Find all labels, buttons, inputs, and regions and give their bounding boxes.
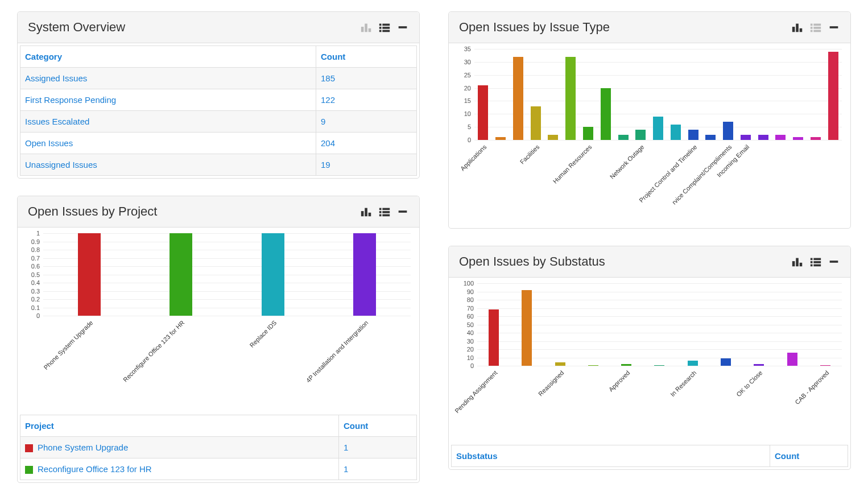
table-cell[interactable]: Assigned Issues xyxy=(20,68,316,89)
chart-bar[interactable] xyxy=(775,135,786,140)
x-label: Incoming Email xyxy=(746,143,750,148)
table-cell[interactable]: Phone System Upgrade xyxy=(20,437,339,458)
x-label: In Research xyxy=(693,369,697,374)
list-icon[interactable] xyxy=(378,206,391,217)
x-label: Replace IDS xyxy=(273,319,278,324)
collapse-icon[interactable] xyxy=(828,257,840,267)
y-tick: 0 xyxy=(470,362,477,369)
svg-rect-39 xyxy=(830,261,838,263)
chart-bar[interactable] xyxy=(635,130,646,140)
col-substatus: Substatus xyxy=(452,445,770,467)
chart-bar[interactable] xyxy=(688,130,698,140)
table-cell[interactable]: First Response Pending xyxy=(20,89,316,111)
chart-bar[interactable] xyxy=(548,135,558,140)
table-cell[interactable]: 9 xyxy=(316,111,417,133)
table-cell[interactable]: 122 xyxy=(316,89,417,111)
y-tick: 100 xyxy=(464,280,477,287)
chart-bar[interactable] xyxy=(723,122,733,140)
x-label: Reconfigure Office 123 for HR xyxy=(181,319,185,324)
panel-header: Open Issues by Project xyxy=(18,196,419,228)
chart-bar[interactable] xyxy=(262,233,284,316)
chart-bar[interactable] xyxy=(522,290,532,366)
chart-bar[interactable] xyxy=(170,233,192,316)
x-label: Applications xyxy=(483,143,487,148)
svg-rect-20 xyxy=(792,27,795,32)
panel-title: Open Issues by Project xyxy=(28,204,354,219)
panel-header: Open Issues by Issue Type xyxy=(449,12,850,43)
y-tick: 80 xyxy=(467,296,477,303)
y-tick: 60 xyxy=(467,313,477,320)
bar-chart-icon[interactable] xyxy=(360,22,373,32)
chart-bar[interactable] xyxy=(565,57,576,140)
bar-chart-icon[interactable] xyxy=(791,257,804,267)
svg-rect-0 xyxy=(361,27,364,32)
chart-bar[interactable] xyxy=(758,135,768,140)
y-tick: 5 xyxy=(468,123,474,130)
table-cell[interactable]: Unassigned Issues xyxy=(20,154,316,176)
svg-rect-38 xyxy=(813,265,821,267)
chart-bar[interactable] xyxy=(705,135,716,140)
svg-rect-21 xyxy=(796,24,799,32)
chart-bar[interactable] xyxy=(601,88,611,140)
chart-bar[interactable] xyxy=(671,125,681,140)
x-label: Reassigned xyxy=(560,369,565,374)
collapse-icon[interactable] xyxy=(396,206,409,217)
chart-bar[interactable] xyxy=(787,353,797,366)
y-tick: 0 xyxy=(36,312,43,319)
chart-bar[interactable] xyxy=(741,135,751,140)
table-cell[interactable]: 1 xyxy=(339,458,417,480)
list-icon[interactable] xyxy=(378,22,391,32)
x-label: Pending Assignment xyxy=(494,369,498,374)
collapse-icon[interactable] xyxy=(828,22,840,32)
svg-rect-35 xyxy=(811,261,813,263)
table-cell[interactable]: Issues Escalated xyxy=(20,111,316,133)
chart-bar[interactable] xyxy=(489,309,499,366)
svg-rect-32 xyxy=(800,263,803,266)
y-tick: 35 xyxy=(464,46,474,52)
chart-bar[interactable] xyxy=(353,233,376,316)
y-tick: 0.3 xyxy=(31,288,43,295)
panel-by-substatus: Open Issues by Substatus 010203040506070… xyxy=(448,246,851,470)
y-tick: 40 xyxy=(467,329,477,336)
col-category: Category xyxy=(20,46,316,68)
chart-bar[interactable] xyxy=(513,57,523,140)
chart-bar[interactable] xyxy=(618,135,629,140)
panel-by-project: Open Issues by Project 00.10.20.30.40.50… xyxy=(17,196,420,483)
col-count: Count xyxy=(770,445,848,467)
y-tick: 1 xyxy=(36,230,43,237)
list-icon[interactable] xyxy=(809,22,822,32)
svg-rect-6 xyxy=(382,27,390,29)
svg-rect-22 xyxy=(800,28,803,32)
chart-bar[interactable] xyxy=(531,106,541,140)
table-cell[interactable]: 1 xyxy=(339,437,417,458)
table-cell[interactable]: 185 xyxy=(316,68,417,89)
svg-rect-24 xyxy=(813,24,821,26)
table-cell[interactable]: 204 xyxy=(316,133,417,154)
chart-bar[interactable] xyxy=(478,85,488,140)
table-cell[interactable]: 19 xyxy=(316,154,417,176)
bar-chart-icon[interactable] xyxy=(791,22,804,32)
chart-bar[interactable] xyxy=(583,127,593,140)
table-cell[interactable]: Open Issues xyxy=(20,133,316,154)
chart-bar[interactable] xyxy=(721,358,731,366)
chart-bar[interactable] xyxy=(688,361,698,366)
y-tick: 0.2 xyxy=(31,296,43,303)
x-label: OK to Close xyxy=(759,369,763,374)
svg-rect-37 xyxy=(811,265,813,267)
svg-rect-29 xyxy=(830,26,838,28)
chart-bar[interactable] xyxy=(78,233,101,316)
collapse-icon[interactable] xyxy=(396,22,409,32)
chart-bar[interactable] xyxy=(653,117,663,140)
svg-rect-26 xyxy=(813,27,821,29)
table-cell[interactable]: Reconfigure Office 123 for HR xyxy=(20,458,339,480)
svg-rect-11 xyxy=(365,208,367,217)
x-label: Facilities xyxy=(536,143,540,148)
bar-chart-icon[interactable] xyxy=(360,206,373,217)
chart-bar[interactable] xyxy=(828,52,838,140)
list-icon[interactable] xyxy=(809,257,822,267)
svg-rect-3 xyxy=(379,24,382,26)
svg-rect-23 xyxy=(811,24,813,26)
panel-title: System Overview xyxy=(28,20,354,35)
svg-rect-34 xyxy=(813,258,821,261)
svg-rect-12 xyxy=(369,213,371,216)
